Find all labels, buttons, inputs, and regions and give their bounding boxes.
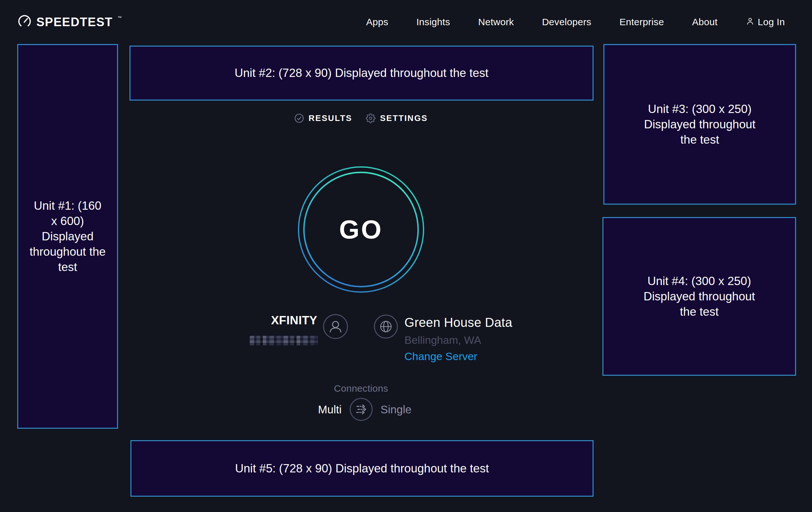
- login-button[interactable]: Log In: [746, 17, 785, 28]
- check-circle-icon: [294, 113, 304, 123]
- nav-item-enterprise[interactable]: Enterprise: [619, 17, 664, 27]
- tab-results[interactable]: RESULTS: [294, 113, 352, 123]
- tab-settings-label: SETTINGS: [380, 113, 428, 123]
- censored-ip: [250, 336, 318, 345]
- connections-multi-option[interactable]: Multi: [284, 403, 342, 416]
- go-button[interactable]: GO: [297, 166, 425, 293]
- globe-icon: [374, 315, 398, 340]
- person-icon: [746, 17, 755, 28]
- change-server-link[interactable]: Change Server: [404, 350, 477, 362]
- multi-connection-arrows-icon: [349, 417, 373, 422]
- ad-unit-5-text: Unit #5: (728 x 90) Displayed throughout…: [235, 461, 489, 476]
- ad-unit-2[interactable]: Unit #2: (728 x 90) Displayed throughout…: [129, 46, 593, 101]
- connections-toggle[interactable]: [349, 397, 373, 421]
- go-label: GO: [297, 166, 425, 293]
- server-location: Bellingham, WA: [404, 334, 481, 346]
- tab-settings[interactable]: SETTINGS: [366, 113, 428, 123]
- ad-unit-4[interactable]: Unit #4: (300 x 250) Displayed throughou…: [603, 217, 796, 376]
- ad-unit-1[interactable]: Unit #1: (160 x 600) Displayed throughou…: [17, 44, 118, 429]
- main-nav: Apps Insights Network Developers Enterpr…: [366, 17, 785, 28]
- tab-results-label: RESULTS: [309, 113, 352, 123]
- nav-item-network[interactable]: Network: [478, 17, 514, 27]
- speedtest-gauge-icon: [17, 14, 32, 30]
- server-name: Green House Data: [404, 315, 512, 330]
- ad-unit-5[interactable]: Unit #5: (728 x 90) Displayed throughout…: [130, 440, 593, 497]
- user-icon: [323, 314, 348, 341]
- tab-bar: RESULTS SETTINGS: [294, 113, 428, 123]
- login-label: Log In: [758, 17, 785, 27]
- gear-icon: [366, 113, 375, 123]
- isp-name: XFINITY: [222, 314, 317, 327]
- ad-unit-3[interactable]: Unit #3: (300 x 250) Displayed throughou…: [603, 44, 796, 205]
- brand-name: SPEEDTEST: [36, 15, 113, 29]
- nav-item-insights[interactable]: Insights: [416, 17, 450, 27]
- ad-unit-3-text: Unit #3: (300 x 250) Displayed throughou…: [636, 102, 763, 147]
- speedtest-logo[interactable]: SPEEDTEST ™: [17, 14, 121, 30]
- nav-item-developers[interactable]: Developers: [542, 17, 591, 27]
- nav-item-about[interactable]: About: [692, 17, 718, 27]
- ad-unit-1-text: Unit #1: (160 x 600) Displayed throughou…: [29, 198, 106, 275]
- nav-item-apps[interactable]: Apps: [366, 17, 388, 27]
- trademark-mark: ™: [117, 15, 121, 20]
- connections-single-option[interactable]: Single: [380, 403, 411, 416]
- ad-unit-4-text: Unit #4: (300 x 250) Displayed throughou…: [636, 274, 763, 320]
- ad-unit-2-text: Unit #2: (728 x 90) Displayed throughout…: [235, 65, 489, 81]
- connections-title: Connections: [329, 383, 393, 394]
- speedtest-page: SPEEDTEST ™ Apps Insights Network Develo…: [0, 0, 812, 512]
- top-nav-bar: SPEEDTEST ™ Apps Insights Network Develo…: [0, 0, 812, 44]
